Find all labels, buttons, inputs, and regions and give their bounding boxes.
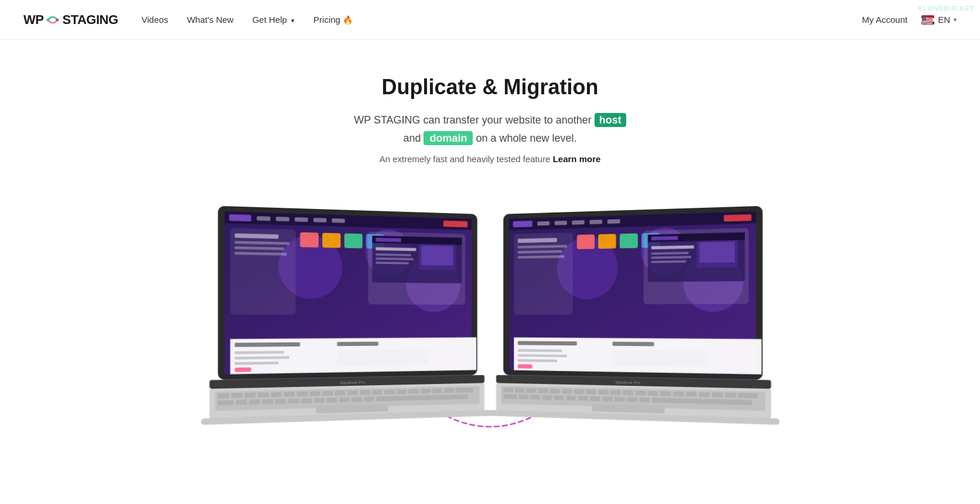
learn-more-link[interactable]: Learn more	[553, 154, 601, 164]
hero-subtitle: WP STAGING can transfer your website to …	[23, 111, 957, 147]
svg-rect-6	[229, 214, 251, 221]
svg-rect-100	[576, 235, 594, 249]
nav-item-pricing[interactable]: Pricing 🔥	[313, 15, 353, 25]
nav-link-get-help[interactable]: Get Help ▾	[252, 15, 295, 25]
svg-rect-56	[347, 390, 358, 395]
svg-rect-102	[619, 234, 637, 249]
svg-rect-65	[456, 388, 473, 393]
svg-rect-144	[738, 393, 757, 398]
chevron-down-icon: ▾	[954, 16, 957, 23]
svg-rect-57	[360, 390, 370, 395]
language-selector[interactable]: 🇺🇸 EN ▾	[921, 15, 957, 25]
svg-rect-126	[514, 388, 524, 393]
nav-item-whats-new[interactable]: What's New	[187, 15, 234, 25]
svg-rect-64	[444, 388, 454, 393]
svg-rect-135	[623, 390, 633, 395]
svg-rect-34	[421, 246, 453, 266]
svg-rect-77	[364, 397, 374, 402]
svg-rect-11	[332, 218, 344, 223]
domain-highlight: domain	[424, 131, 473, 145]
svg-rect-75	[339, 397, 349, 403]
subtitle-post: on a whole new level.	[476, 132, 576, 144]
svg-rect-59	[384, 390, 394, 395]
logo-wp: WP	[23, 12, 43, 28]
svg-rect-136	[635, 390, 646, 395]
svg-rect-12	[443, 221, 467, 228]
svg-rect-61	[408, 389, 418, 394]
nav-link-pricing[interactable]: Pricing 🔥	[313, 15, 353, 25]
svg-rect-113	[699, 242, 735, 263]
svg-rect-137	[647, 391, 658, 396]
svg-rect-107	[651, 236, 678, 241]
svg-rect-150	[566, 396, 576, 400]
navigation: WP STAGING Videos What's New Get Help ▾	[0, 0, 980, 40]
svg-rect-130	[562, 389, 572, 394]
svg-rect-67	[235, 400, 247, 405]
logo-staging: STAGING	[62, 12, 118, 28]
nav-item-videos[interactable]: Videos	[142, 15, 169, 25]
svg-rect-60	[397, 389, 407, 394]
logo[interactable]: WP STAGING	[23, 12, 118, 28]
laptop-left-svg: MacBook Pro	[201, 200, 491, 430]
svg-rect-23	[344, 234, 362, 249]
nav-link-videos[interactable]: Videos	[142, 15, 169, 25]
svg-rect-28	[375, 238, 401, 242]
svg-rect-86	[537, 221, 549, 226]
svg-rect-69	[262, 399, 273, 404]
laptops-section: MacBook Pro	[0, 187, 980, 462]
svg-rect-121	[612, 350, 707, 367]
svg-rect-50	[271, 392, 282, 397]
svg-rect-152	[590, 396, 600, 401]
svg-rect-71	[288, 399, 299, 404]
svg-rect-48	[244, 393, 255, 398]
hero-title: Duplicate & Migration	[23, 75, 957, 100]
svg-rect-156	[639, 397, 650, 403]
svg-rect-88	[572, 220, 584, 225]
svg-rect-46	[218, 393, 229, 399]
svg-rect-115	[517, 341, 576, 346]
svg-rect-90	[607, 220, 620, 224]
svg-rect-140	[685, 392, 696, 397]
svg-rect-54	[322, 391, 333, 396]
svg-rect-148	[542, 395, 552, 400]
subtitle-mid: and	[403, 132, 421, 144]
svg-rect-128	[538, 389, 548, 393]
svg-rect-37	[337, 342, 378, 347]
svg-rect-52	[296, 392, 307, 397]
svg-rect-10	[313, 218, 326, 222]
svg-rect-49	[258, 392, 269, 397]
nav-item-get-help[interactable]: Get Help ▾	[252, 15, 295, 25]
nav-link-whats-new[interactable]: What's New	[187, 15, 234, 25]
svg-rect-76	[351, 397, 362, 402]
svg-rect-63	[432, 389, 442, 393]
svg-rect-155	[627, 397, 637, 402]
svg-point-1	[56, 18, 59, 21]
svg-rect-131	[573, 389, 583, 394]
svg-text:MacBook Pro: MacBook Pro	[340, 380, 364, 386]
svg-rect-36	[234, 342, 300, 347]
my-account-link[interactable]: My Account	[862, 15, 908, 25]
svg-rect-101	[598, 234, 616, 249]
svg-rect-139	[673, 392, 684, 397]
hero-section: Duplicate & Migration WP STAGING can tra…	[0, 40, 980, 187]
svg-rect-73	[313, 398, 324, 403]
svg-rect-87	[554, 221, 566, 225]
svg-rect-21	[300, 232, 319, 248]
svg-text:MacBook Pro: MacBook Pro	[615, 380, 640, 385]
logo-icon	[45, 12, 61, 28]
svg-rect-132	[586, 390, 596, 395]
svg-rect-42	[337, 349, 428, 366]
svg-rect-41	[234, 368, 251, 372]
note-text: An extremely fast and heavily tested fea…	[380, 154, 551, 164]
svg-rect-91	[723, 214, 751, 221]
host-highlight: host	[595, 113, 626, 127]
svg-rect-72	[301, 398, 312, 403]
svg-rect-138	[660, 391, 671, 396]
svg-rect-16	[230, 228, 296, 315]
svg-rect-141	[698, 392, 709, 397]
svg-rect-153	[602, 397, 612, 402]
svg-rect-146	[518, 395, 528, 399]
svg-rect-134	[610, 390, 621, 395]
svg-point-0	[47, 18, 50, 21]
laptop-left: MacBook Pro	[201, 200, 491, 432]
